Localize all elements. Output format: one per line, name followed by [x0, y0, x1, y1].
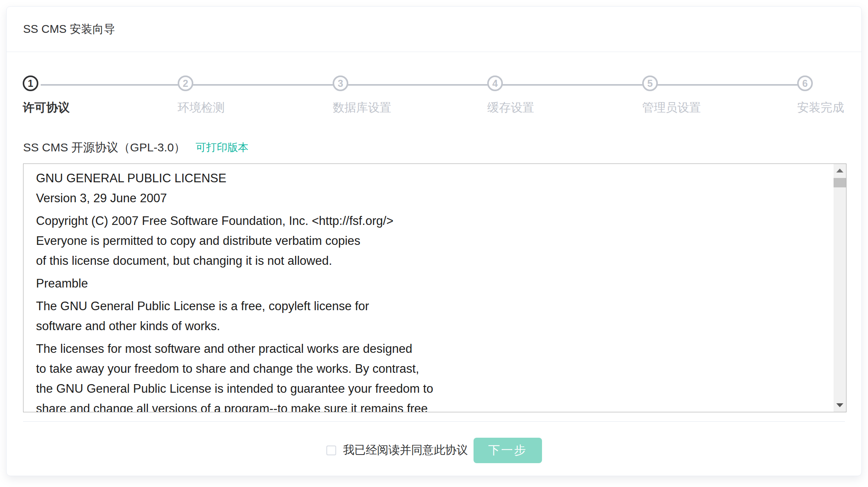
- license-paragraph: The licenses for most software and other…: [36, 339, 825, 412]
- step-item-6: 6 安装完成: [797, 75, 844, 116]
- agree-checkbox[interactable]: [326, 446, 336, 455]
- step-item-1: 1 许可协议: [23, 75, 70, 116]
- step-number: 5: [647, 78, 653, 89]
- license-heading: SS CMS 开源协议（GPL-3.0）: [23, 140, 185, 156]
- scroll-up-button[interactable]: [834, 164, 846, 177]
- step-label: 环境检测: [178, 100, 225, 116]
- step-number: 6: [802, 78, 808, 89]
- printable-version-link[interactable]: 可打印版本: [196, 140, 249, 155]
- license-paragraph: Preamble: [36, 273, 825, 293]
- step-circle: 5: [642, 75, 658, 91]
- license-scroll-box[interactable]: GNU GENERAL PUBLIC LICENSE Version 3, 29…: [23, 164, 846, 412]
- step-circle: 1: [23, 75, 38, 91]
- footer-action-row: 我已经阅读并同意此协议 下一步: [7, 435, 861, 466]
- step-indicator: 1 许可协议 2 环境检测 3 数据库设置 4 缓存设置 5 管理员设置: [23, 75, 845, 126]
- step-label: 缓存设置: [487, 100, 534, 116]
- arrow-up-icon: [836, 169, 843, 173]
- step-item-2: 2 环境检测: [178, 75, 225, 116]
- agree-label: 我已经阅读并同意此协议: [343, 442, 468, 458]
- scroll-down-button[interactable]: [834, 399, 846, 412]
- step-label: 许可协议: [23, 100, 70, 116]
- install-wizard-card: SS CMS 安装向导 1 许可协议 2 环境检测 3 数据库设置 4 缓存设置: [6, 6, 862, 476]
- scrollbar[interactable]: [834, 164, 846, 412]
- step-circle: 2: [178, 75, 193, 91]
- step-label: 安装完成: [797, 100, 844, 116]
- step-circle: 4: [487, 75, 503, 91]
- step-label: 数据库设置: [333, 100, 391, 116]
- step-item-4: 4 缓存设置: [487, 75, 534, 116]
- step-number: 4: [492, 78, 498, 89]
- license-heading-row: SS CMS 开源协议（GPL-3.0） 可打印版本: [23, 139, 249, 156]
- next-button[interactable]: 下一步: [474, 438, 542, 463]
- step-item-5: 5 管理员设置: [642, 75, 701, 116]
- license-paragraph: GNU GENERAL PUBLIC LICENSE Version 3, 29…: [36, 168, 825, 208]
- step-circle: 3: [333, 75, 348, 91]
- scroll-thumb[interactable]: [834, 178, 846, 187]
- step-number: 3: [338, 78, 343, 89]
- footer-divider: [23, 421, 845, 422]
- step-item-3: 3 数据库设置: [333, 75, 391, 116]
- license-text: GNU GENERAL PUBLIC LICENSE Version 3, 29…: [23, 164, 833, 412]
- step-number: 1: [28, 78, 33, 89]
- step-label: 管理员设置: [642, 100, 701, 116]
- license-paragraph: The GNU General Public License is a free…: [36, 296, 825, 336]
- card-header: SS CMS 安装向导: [7, 7, 861, 52]
- license-paragraph: Copyright (C) 2007 Free Software Foundat…: [36, 211, 825, 271]
- arrow-down-icon: [836, 403, 843, 407]
- wizard-title: SS CMS 安装向导: [23, 22, 115, 37]
- step-number: 2: [183, 78, 188, 89]
- step-circle: 6: [797, 75, 813, 91]
